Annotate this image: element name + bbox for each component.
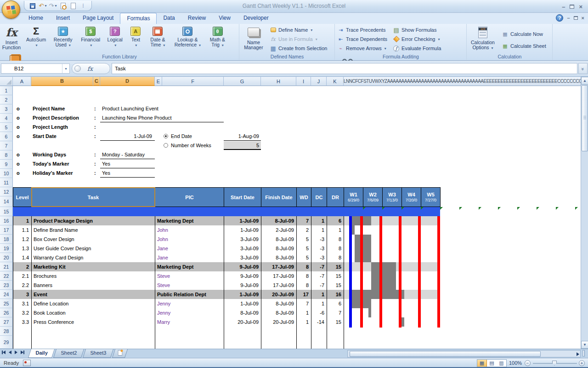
cell-task[interactable]: Box Cover Design (31, 235, 155, 244)
calculate-now-button[interactable]: ▦ Calculate Now (500, 29, 546, 39)
row-header-18[interactable]: 18 (0, 235, 13, 244)
sheet-tab-sheet3[interactable]: Sheet3 (83, 349, 113, 358)
table-row[interactable]: 1.4Warranty Card DesignJane3-Jul-098-Jul… (13, 253, 344, 262)
header-week-W2[interactable]: W27/6/09 (363, 187, 383, 207)
header-start-date[interactable]: Start Date (224, 187, 261, 207)
header-finish-date[interactable]: Finish Date (261, 187, 297, 207)
cell-dr[interactable]: 15 (327, 281, 344, 290)
define-name-button[interactable]: Define Name▾ (268, 25, 327, 34)
cell-task[interactable]: Book Location (31, 308, 155, 317)
cell-dc[interactable]: -7 (311, 281, 327, 290)
row-header-29[interactable]: 29 (0, 336, 13, 349)
restore-button[interactable] (570, 5, 574, 9)
table-row[interactable]: 2.2BannersSteve9-Jul-0917-Jul-098-715 (13, 281, 344, 290)
row-header-11[interactable]: 11 (0, 178, 13, 187)
cell-start[interactable]: 1-Jul-09 (224, 290, 261, 299)
cell-dr[interactable]: 6 (327, 216, 344, 225)
row-header-28[interactable]: 28 (0, 327, 13, 336)
cell-dc[interactable]: -3 (311, 235, 327, 244)
use-in-formula-button[interactable]: fx Use in Formula▾ (268, 34, 327, 44)
error-checking-button[interactable]: Error Checking▾ (391, 34, 441, 44)
first-sheet-button[interactable] (2, 351, 6, 354)
row-header-26[interactable]: 26 (0, 308, 13, 317)
column-header-I[interactable]: I (296, 77, 311, 86)
horizontal-split-handle[interactable] (582, 350, 585, 356)
cell-dc[interactable]: -7 (311, 271, 327, 281)
end-date-radio[interactable] (164, 134, 168, 138)
cell-dc[interactable]: -3 (311, 253, 327, 262)
table-row[interactable]: 3.3Press ConferenceMarry20-Jul-0920-Jul-… (13, 317, 344, 327)
workbook-close-button[interactable]: × (582, 15, 584, 21)
column-header-C[interactable]: C (93, 77, 100, 86)
cell-wd[interactable]: 5 (296, 235, 311, 244)
vertical-scroll-thumb[interactable] (582, 85, 588, 151)
logical-button[interactable]: ? Logical▾ (104, 24, 125, 52)
cell-start[interactable]: 1-Jul-09 (224, 299, 261, 308)
page-layout-view-button[interactable]: ▤ (487, 360, 497, 367)
tab-data[interactable]: Data (157, 13, 181, 24)
horizontal-scroll-thumb[interactable] (350, 351, 541, 357)
cell-dr[interactable]: 1 (327, 225, 344, 235)
tab-page-layout[interactable]: Page Layout (76, 13, 120, 24)
cell-dr[interactable]: 7 (327, 308, 344, 317)
cell-start[interactable]: 3-Jul-09 (224, 235, 261, 244)
row-header-16[interactable]: 16 (0, 216, 13, 225)
column-header-D[interactable]: D (100, 77, 155, 86)
cell-task[interactable]: Brochures (31, 271, 155, 281)
table-row[interactable]: 1Product Package DesignMarketing Dept1-J… (13, 216, 344, 225)
cell-pic[interactable]: John (155, 235, 224, 244)
row-header-19[interactable]: 19 (0, 244, 13, 253)
recently-used-button[interactable]: ★ Recently Used ▾ (49, 24, 77, 52)
cell-dr[interactable]: 8 (327, 235, 344, 244)
cell-level[interactable]: 3.2 (13, 308, 31, 317)
formula-input[interactable]: Task (112, 63, 577, 74)
zoom-out-button[interactable]: − (525, 360, 531, 366)
macro-record-button[interactable] (23, 360, 31, 366)
column-header-B[interactable]: B (31, 77, 93, 86)
table-row[interactable]: 3.2Book LocationJenny8-Jul-098-Jul-091-6… (13, 308, 344, 317)
cell-pic[interactable]: Marketing Dept (155, 262, 224, 271)
cell-pic[interactable]: Public Relation Dept (155, 290, 224, 299)
minimize-button[interactable]: – (562, 3, 565, 10)
start-date-value[interactable]: 1-Jul-09 (100, 132, 155, 141)
cell-dc[interactable]: -3 (311, 244, 327, 253)
cell-start[interactable]: 1-Jul-09 (224, 225, 261, 235)
row-header-5[interactable]: 5 (0, 123, 13, 132)
name-box-caret-icon[interactable]: ▾ (62, 64, 69, 73)
autosum-button[interactable]: Σ AutoSum▾ (24, 24, 48, 52)
table-row[interactable]: 3.1Define LocationJenny1-Jul-098-Jul-097… (13, 299, 344, 308)
header-week-W3[interactable]: W37/13/0 (382, 187, 402, 207)
cell-start[interactable]: 3-Jul-09 (224, 253, 261, 262)
tab-view[interactable]: View (212, 13, 237, 24)
column-header-E[interactable]: E (155, 77, 162, 86)
cell-wd[interactable]: 1 (296, 308, 311, 317)
cell-task[interactable]: Define Location (31, 299, 155, 308)
cell-pic[interactable]: Marketing Dept (155, 216, 224, 225)
number-of-weeks-radio[interactable] (164, 143, 168, 148)
row-header-22[interactable]: 22 (0, 271, 13, 281)
zoom-level[interactable]: 100% (509, 360, 522, 366)
select-all-corner[interactable] (0, 77, 13, 86)
row-header-23[interactable]: 23 (0, 281, 13, 290)
cell-level[interactable]: 3.3 (13, 317, 31, 327)
header-level[interactable]: Level (13, 187, 32, 207)
sheet-tab-sheet2[interactable]: Sheet2 (53, 349, 84, 358)
cell-pic[interactable]: Jane (155, 253, 224, 262)
trace-precedents-button[interactable]: ⇥ Trace Precedents (335, 25, 390, 34)
cell-task[interactable]: Press Conference (31, 317, 155, 327)
calculation-options-button[interactable]: Calculation Options ▾ (467, 24, 498, 52)
cell-level[interactable]: 1.1 (13, 225, 31, 235)
cell-finish[interactable]: 8-Jul-09 (261, 308, 296, 317)
cell-start[interactable]: 3-Jul-09 (224, 244, 261, 253)
cell-dc[interactable]: 1 (311, 299, 327, 308)
cell-level[interactable]: 2 (13, 262, 31, 271)
name-box[interactable]: B12 ▾ (1, 63, 70, 74)
cell-pic[interactable]: Steve (155, 281, 224, 290)
row-header-25[interactable]: 25 (0, 299, 13, 308)
office-button[interactable] (2, 0, 20, 19)
cell-level[interactable]: 1.2 (13, 235, 31, 244)
cell-wd[interactable]: 1 (296, 317, 311, 327)
row-header-9[interactable]: 9 (0, 160, 13, 169)
tab-review[interactable]: Review (181, 13, 212, 24)
table-row[interactable]: 1.1Define Brand NameJohn1-Jul-092-Jul-09… (13, 225, 344, 235)
